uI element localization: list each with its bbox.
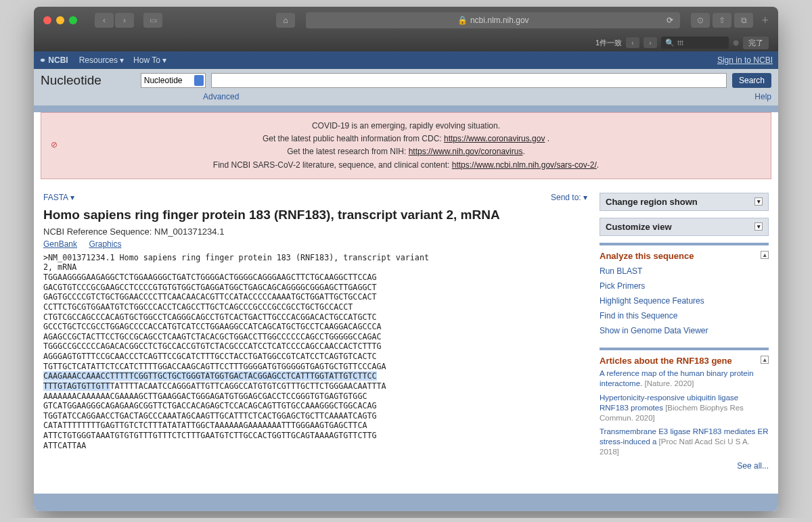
find-next-button[interactable]: › [644, 37, 657, 48]
sequence-text: >NM_001371234.1 Homo sapiens ring finger… [43, 253, 587, 451]
chevron-down-icon: ▾ [162, 55, 166, 65]
find-prev-button[interactable]: ‹ [626, 37, 639, 48]
search-icon: 🔍 [665, 39, 675, 47]
record-title: Homo sapiens ring finger protein 183 (RN… [43, 208, 587, 222]
region-panel[interactable]: Change region shown▾ [600, 193, 769, 211]
search-button[interactable]: Search [732, 73, 771, 88]
find-clear-icon[interactable]: ⊗ [733, 39, 739, 47]
chevron-down-icon: ▾ [120, 55, 124, 65]
find-bar: 1件一致 ‹ › 🔍ttt ⊗ 完了 [34, 34, 778, 51]
nih-link[interactable]: https://www.nih.gov/coronavirus [409, 147, 523, 156]
find-count: 1件一致 [595, 38, 622, 48]
collapse-icon[interactable]: ▴ [761, 251, 769, 259]
resources-menu[interactable]: Resources ▾ [79, 55, 124, 65]
chevron-down-icon: ▾ [754, 222, 763, 231]
db-title: Nucleotide [41, 73, 102, 88]
home-button[interactable]: ⌂ [276, 13, 295, 28]
howto-menu[interactable]: How To ▾ [133, 55, 166, 65]
browser-window: ‹ › ▭ ⌂ 🔒 ncbi.nlm.nih.gov ⟳ ⊙ ⇧ ⧉ + 1件一… [34, 7, 778, 511]
minimize-icon[interactable] [56, 16, 64, 24]
signin-link[interactable]: Sign in to NCBI [717, 55, 773, 65]
search-input[interactable] [211, 73, 727, 88]
articles-section: Articles about the RNF183 gene▴ A refere… [600, 348, 769, 471]
sendto-menu[interactable]: Send to: ▾ [551, 193, 587, 202]
run-blast-link[interactable]: Run BLAST [600, 264, 769, 279]
customize-panel[interactable]: Customize view▾ [600, 218, 769, 236]
genbank-link[interactable]: GenBank [43, 239, 77, 249]
downloads-button[interactable]: ⊙ [691, 13, 710, 28]
tabs-button[interactable]: ⧉ [734, 13, 753, 28]
chevron-down-icon: ▾ [583, 193, 587, 202]
graphics-link[interactable]: Graphics [89, 239, 121, 249]
share-button[interactable]: ⇧ [713, 13, 731, 28]
main-column: FASTA ▾ Send to: ▾ Homo sapiens ring fin… [43, 193, 587, 481]
new-tab-button[interactable]: + [761, 14, 769, 28]
see-all-link[interactable]: See all... [737, 461, 769, 471]
lock-icon: 🔒 [457, 16, 468, 25]
help-link[interactable]: Help [754, 92, 771, 101]
address-bar[interactable]: 🔒 ncbi.nlm.nih.gov ⟳ [306, 12, 680, 28]
pick-primers-link[interactable]: Pick Primers [600, 279, 769, 293]
titlebar: ‹ › ▭ ⌂ 🔒 ncbi.nlm.nih.gov ⟳ ⊙ ⇧ ⧉ + [34, 7, 778, 34]
sidebar: Change region shown▾ Customize view▾ Ana… [600, 193, 769, 481]
url-text: ncbi.nlm.nih.gov [470, 16, 529, 25]
advanced-link[interactable]: Advanced [203, 92, 239, 101]
alert-icon: ⊘ [51, 139, 58, 152]
find-input[interactable]: 🔍ttt [661, 37, 729, 49]
format-select[interactable]: FASTA ▾ [43, 193, 74, 202]
page-content: ⚭ NCBI Resources ▾ How To ▾ Sign in to N… [34, 51, 778, 511]
covid-alert: ⊘ COVID-19 is an emerging, rapidly evolv… [41, 112, 771, 179]
refseq-id: NCBI Reference Sequence: NM_001371234.1 [43, 227, 587, 237]
collapse-icon[interactable]: ▴ [761, 356, 769, 364]
close-icon[interactable] [43, 16, 51, 24]
genome-viewer-link[interactable]: Show in Genome Data Viewer [600, 323, 769, 338]
forward-button[interactable]: › [115, 13, 134, 28]
db-select[interactable]: Nucleotide [141, 73, 206, 88]
maximize-icon[interactable] [69, 16, 77, 24]
window-controls [43, 16, 77, 24]
ncbi-header: ⚭ NCBI Resources ▾ How To ▾ Sign in to N… [34, 51, 778, 69]
search-bar: Nucleotide Nucleotide Search [34, 69, 778, 92]
chevron-down-icon: ▾ [754, 197, 763, 206]
ncbi-logo[interactable]: ⚭ NCBI [39, 55, 68, 65]
cdc-link[interactable]: https://www.coronavirus.gov [444, 134, 545, 143]
chevron-down-icon: ▾ [70, 193, 74, 202]
back-button[interactable]: ‹ [95, 13, 114, 28]
highlight-features-link[interactable]: Highlight Sequence Features [600, 293, 769, 308]
find-in-sequence-link[interactable]: Find in this Sequence [600, 308, 769, 323]
find-done-button[interactable]: 完了 [743, 37, 769, 49]
reload-icon[interactable]: ⟳ [667, 16, 673, 25]
ncbi-icon: ⚭ [39, 55, 48, 65]
analyze-section: Analyze this sequence▴ Run BLAST Pick Pr… [600, 243, 769, 338]
sidebar-toggle-button[interactable]: ▭ [143, 13, 162, 28]
sars-link[interactable]: https://www.ncbi.nlm.nih.gov/sars-cov-2/ [452, 160, 597, 170]
